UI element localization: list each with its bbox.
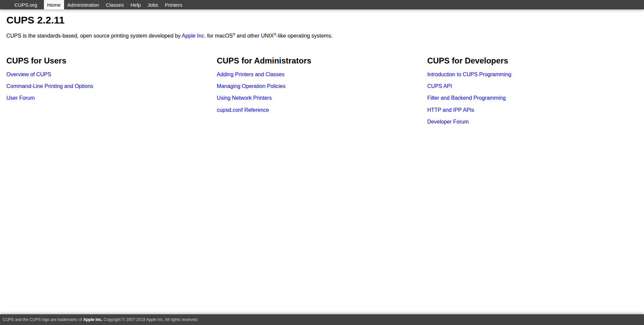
column-developers-heading: CUPS for Developers (427, 56, 638, 65)
page-title: CUPS 2.2.11 (6, 14, 638, 26)
registered-mark: ® (274, 32, 276, 36)
link-user-forum[interactable]: User Forum (6, 95, 35, 101)
nav-item-help[interactable]: Help (127, 0, 144, 9)
intro-text: for macOS (206, 33, 233, 39)
link-introduction-to-cups-programming[interactable]: Introduction to CUPS Programming (427, 72, 512, 77)
link-developer-forum[interactable]: Developer Forum (427, 119, 469, 125)
footer-apple-inc-link[interactable]: Apple Inc. (83, 317, 102, 322)
main-content: CUPS 2.2.11 CUPS is the standards-based,… (0, 9, 644, 314)
column-users-heading: CUPS for Users (6, 56, 217, 65)
column-administrators: CUPS for Administrators Adding Printers … (217, 56, 427, 131)
intro-text: CUPS is the standards-based, open source… (6, 33, 182, 39)
footer-text: CUPS and the CUPS logo are trademarks of (3, 317, 83, 322)
top-nav: CUPS.org Home Administration Classes Hel… (0, 0, 644, 9)
column-administrators-heading: CUPS for Administrators (217, 56, 427, 65)
link-managing-operation-policies[interactable]: Managing Operation Policies (217, 83, 285, 89)
apple-inc-link[interactable]: Apple Inc. (182, 33, 206, 39)
intro-paragraph: CUPS is the standards-based, open source… (6, 33, 638, 39)
intro-text: -like operating systems. (276, 33, 333, 39)
nav-item-home[interactable]: Home (44, 0, 64, 9)
column-developers: CUPS for Developers Introduction to CUPS… (427, 56, 638, 131)
nav-item-jobs[interactable]: Jobs (144, 0, 162, 9)
link-overview-of-cups[interactable]: Overview of CUPS (6, 72, 51, 77)
link-cups-api[interactable]: CUPS API (427, 83, 452, 89)
intro-text: and other UNIX (235, 33, 274, 39)
nav-item-classes[interactable]: Classes (103, 0, 127, 9)
nav-item-printers[interactable]: Printers (162, 0, 186, 9)
footer-text: Copyright © 2007-2018 Apple Inc. All rig… (102, 317, 198, 322)
link-http-and-ipp-apis[interactable]: HTTP and IPP APIs (427, 107, 474, 113)
page-footer: CUPS and the CUPS logo are trademarks of… (0, 314, 644, 325)
link-cupsd-conf-reference[interactable]: cupsd.conf Reference (217, 107, 269, 113)
link-adding-printers-and-classes[interactable]: Adding Printers and Classes (217, 72, 284, 77)
link-filter-and-backend-programming[interactable]: Filter and Backend Programming (427, 95, 506, 101)
link-command-line-printing-and-options[interactable]: Command-Line Printing and Options (6, 83, 93, 89)
column-users: CUPS for Users Overview of CUPS Command-… (6, 56, 217, 131)
link-using-network-printers[interactable]: Using Network Printers (217, 95, 272, 101)
nav-item-administration[interactable]: Administration (64, 0, 103, 9)
link-columns: CUPS for Users Overview of CUPS Command-… (6, 56, 638, 131)
nav-item-cups-org[interactable]: CUPS.org (11, 0, 41, 9)
